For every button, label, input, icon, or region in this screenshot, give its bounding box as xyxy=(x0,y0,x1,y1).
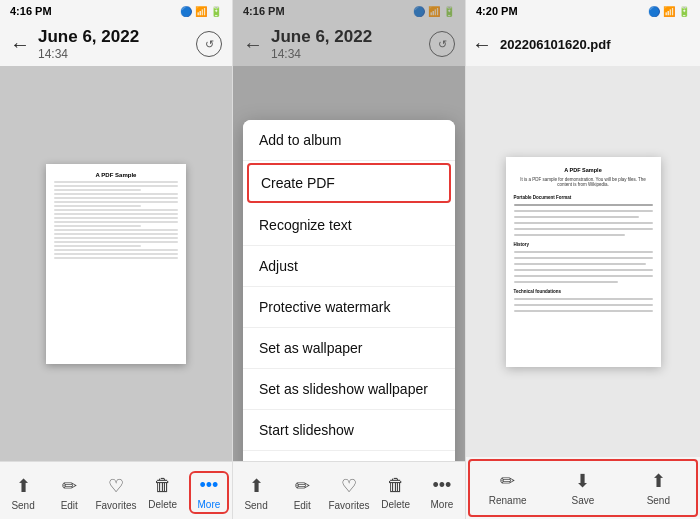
header-title-left: June 6, 2022 xyxy=(38,27,196,47)
send-label-middle: Send xyxy=(244,500,267,511)
header-title-right: 202206101620.pdf xyxy=(500,37,694,52)
more-icon-left: ••• xyxy=(199,475,218,496)
toolbar-edit-left[interactable]: ✏ Edit xyxy=(49,475,89,511)
header-right: ← 202206101620.pdf xyxy=(466,22,700,66)
send-icon-right: ⬆ xyxy=(651,470,666,492)
more-label-left: More xyxy=(197,499,220,510)
edit-label-left: Edit xyxy=(61,500,78,511)
back-button-left[interactable]: ← xyxy=(10,33,30,56)
rename-icon-right: ✏ xyxy=(500,470,515,492)
bottom-toolbar-left: ⬆ Send ✏ Edit ♡ Favorites 🗑 Delete ••• M… xyxy=(0,461,232,519)
toolbar-send-right[interactable]: ⬆ Send xyxy=(638,470,678,506)
favorites-label-left: Favorites xyxy=(95,500,136,511)
pdf-preview-title: A PDF Sample xyxy=(514,167,653,173)
pdf-thumbnail-left: A PDF Sample xyxy=(46,164,186,364)
toolbar-more-left[interactable]: ••• More xyxy=(189,471,229,514)
time-right: 4:20 PM xyxy=(476,5,518,17)
left-panel: 4:16 PM 🔵 📶 🔋 ← June 6, 2022 14:34 ↺ A P… xyxy=(0,0,233,519)
toolbar-send-left[interactable]: ⬆ Send xyxy=(3,475,43,511)
dropdown-slideshow-wallpaper[interactable]: Set as slideshow wallpaper xyxy=(243,369,455,410)
status-bar-right: 4:20 PM 🔵 📶 🔋 xyxy=(466,0,700,22)
dropdown-start-slideshow[interactable]: Start slideshow xyxy=(243,410,455,451)
toolbar-send-middle[interactable]: ⬆ Send xyxy=(236,475,276,511)
send-icon-left: ⬆ xyxy=(16,475,31,497)
rename-label-right: Rename xyxy=(489,495,527,506)
header-left: ← June 6, 2022 14:34 ↺ xyxy=(0,22,232,66)
pdf-preview-right: A PDF Sample It is a PDF sample for demo… xyxy=(506,157,661,367)
dropdown-create-pdf[interactable]: Create PDF xyxy=(247,163,451,203)
save-label-right: Save xyxy=(572,495,595,506)
time-left: 4:16 PM xyxy=(10,5,52,17)
more-label-middle: More xyxy=(430,499,453,510)
toolbar-favorites-middle[interactable]: ♡ Favorites xyxy=(328,475,369,511)
dropdown-add-to-album[interactable]: Add to album xyxy=(243,120,455,161)
status-icons-right: 🔵 📶 🔋 xyxy=(648,6,690,17)
save-icon-right: ⬇ xyxy=(575,470,590,492)
delete-icon-left: 🗑 xyxy=(154,475,172,496)
toolbar-favorites-left[interactable]: ♡ Favorites xyxy=(95,475,136,511)
dropdown-adjust[interactable]: Adjust xyxy=(243,246,455,287)
favorites-label-middle: Favorites xyxy=(328,500,369,511)
pdf-preview-subtitle: It is a PDF sample for demonstration. Yo… xyxy=(514,177,653,187)
bottom-toolbar-middle: ⬆ Send ✏ Edit ♡ Favorites 🗑 Delete ••• M… xyxy=(233,461,465,519)
send-icon-middle: ⬆ xyxy=(249,475,264,497)
send-label-right: Send xyxy=(647,495,670,506)
header-title-block-right: 202206101620.pdf xyxy=(500,37,694,52)
header-subtitle-left: 14:34 xyxy=(38,47,196,61)
content-area-left: A PDF Sample xyxy=(0,66,232,461)
toolbar-edit-middle[interactable]: ✏ Edit xyxy=(282,475,322,511)
delete-label-middle: Delete xyxy=(381,499,410,510)
toolbar-delete-left[interactable]: 🗑 Delete xyxy=(143,475,183,510)
status-icons-left: 🔵 📶 🔋 xyxy=(180,6,222,17)
middle-panel: 4:16 PM 🔵 📶 🔋 ← June 6, 2022 14:34 ↺ A P… xyxy=(233,0,466,519)
dropdown-menu: Add to album Create PDF Recognize text A… xyxy=(243,120,455,519)
toolbar-more-middle[interactable]: ••• More xyxy=(422,475,462,510)
edit-icon-left: ✏ xyxy=(62,475,77,497)
toolbar-delete-middle[interactable]: 🗑 Delete xyxy=(376,475,416,510)
header-title-block-left: June 6, 2022 14:34 xyxy=(38,27,196,61)
bottom-toolbar-right-wrapper: ✏ Rename ⬇ Save ⬆ Send xyxy=(468,459,698,517)
dropdown-set-wallpaper[interactable]: Set as wallpaper xyxy=(243,328,455,369)
favorites-icon-middle: ♡ xyxy=(341,475,357,497)
right-panel: 4:20 PM 🔵 📶 🔋 ← 202206101620.pdf A PDF S… xyxy=(466,0,700,519)
content-area-right: A PDF Sample It is a PDF sample for demo… xyxy=(466,66,700,457)
back-button-right[interactable]: ← xyxy=(472,33,492,56)
dropdown-protective-watermark[interactable]: Protective watermark xyxy=(243,287,455,328)
delete-icon-middle: 🗑 xyxy=(387,475,405,496)
edit-label-middle: Edit xyxy=(294,500,311,511)
favorites-icon-left: ♡ xyxy=(108,475,124,497)
dropdown-recognize-text[interactable]: Recognize text xyxy=(243,205,455,246)
toolbar-rename-right[interactable]: ✏ Rename xyxy=(488,470,528,506)
more-icon-middle: ••• xyxy=(432,475,451,496)
toolbar-save-right[interactable]: ⬇ Save xyxy=(563,470,603,506)
header-circle-icon-left[interactable]: ↺ xyxy=(196,31,222,57)
status-bar-left: 4:16 PM 🔵 📶 🔋 xyxy=(0,0,232,22)
delete-label-left: Delete xyxy=(148,499,177,510)
edit-icon-middle: ✏ xyxy=(295,475,310,497)
send-label-left: Send xyxy=(11,500,34,511)
